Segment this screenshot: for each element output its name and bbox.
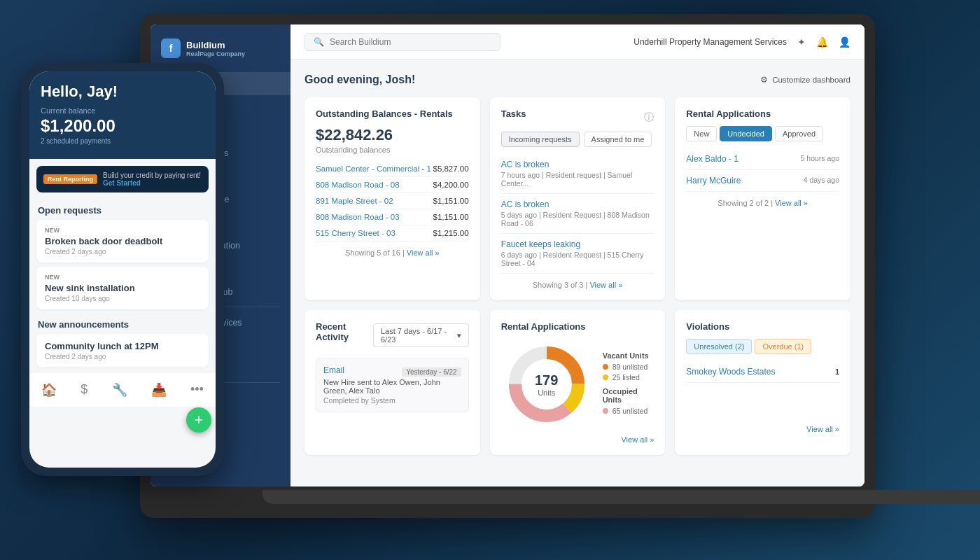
- user-icon[interactable]: 👤: [839, 36, 850, 48]
- nav-inbox-icon[interactable]: 📥: [151, 382, 167, 398]
- phone-header: Hello, Jay! Current balance $1,200.00 2 …: [29, 71, 216, 159]
- donut-chart: 179 Units: [501, 339, 592, 430]
- app-tab-undecided[interactable]: Undecided: [720, 126, 772, 141]
- phone-bottom-nav: 🏠 $ 🔧 📥 •••: [29, 372, 216, 407]
- gear-icon: ⚙: [760, 75, 768, 85]
- balance-link-0[interactable]: Samuel Center - Commercial - 1: [316, 164, 431, 173]
- violations-tab-overdue[interactable]: Overdue (1): [755, 339, 811, 354]
- nav-home-icon[interactable]: 🏠: [41, 382, 57, 398]
- task-meta-0: 7 hours ago | Resident request | Samuel …: [501, 171, 654, 188]
- star-icon[interactable]: ✦: [797, 36, 806, 48]
- phone-screen: Hello, Jay! Current balance $1,200.00 2 …: [29, 71, 216, 468]
- activity-sub-0: Completed by System: [323, 396, 461, 405]
- phone-request-0: NEW Broken back door deadbolt Created 2 …: [36, 220, 209, 262]
- tasks-title: Tasks: [501, 108, 526, 119]
- rent-badge: Rent Reporting: [43, 174, 97, 184]
- violations-view-all[interactable]: View all »: [806, 425, 839, 433]
- recent-activity-card: Recent Activity Last 7 days - 6/17 - 6/2…: [304, 310, 480, 455]
- app-item-1: Harry McGuire 4 days ago: [686, 170, 839, 192]
- customize-dashboard-button[interactable]: ⚙ Customize dashboard: [760, 75, 850, 85]
- topbar-right: Underhill Property Management Services ✦…: [634, 36, 850, 48]
- task-title-1[interactable]: AC is broken: [501, 200, 654, 209]
- phone-frame: Hello, Jay! Current balance $1,200.00 2 …: [21, 63, 224, 476]
- legend-item-1: 25 listed: [603, 373, 654, 382]
- fab-add-button[interactable]: +: [186, 407, 211, 433]
- nav-dollar-icon[interactable]: $: [80, 382, 88, 397]
- legend-dot-1: [603, 374, 608, 380]
- balance-link-3[interactable]: 808 Madison Road - 03: [316, 213, 400, 221]
- tasks-card: Tasks ⓘ Incoming requests Assigned to me…: [490, 97, 666, 300]
- app-item-0: Alex Baldo - 1 5 hours ago: [686, 148, 839, 170]
- task-item-2: Faucet keeps leaking 6 days ago | Reside…: [501, 234, 654, 274]
- tasks-tabs: Incoming requests Assigned to me: [501, 132, 654, 147]
- outstanding-view-all[interactable]: View all »: [407, 248, 440, 257]
- balance-link-4[interactable]: 515 Cherry Street - 03: [316, 229, 396, 237]
- app-tab-approved[interactable]: Approved: [775, 126, 823, 141]
- bottom-cards-row: Recent Activity Last 7 days - 6/17 - 6/2…: [304, 310, 850, 455]
- phone-content: Hello, Jay! Current balance $1,200.00 2 …: [29, 71, 216, 468]
- rental-applications-donut-title: Rental Applications: [501, 321, 654, 332]
- request-sub-0: Created 2 days ago: [45, 248, 200, 255]
- balance-value-1: $4,200.00: [433, 181, 468, 189]
- open-requests-title: Open requests: [38, 205, 207, 216]
- task-item-1: AC is broken 5 days ago | Resident Reque…: [501, 194, 654, 234]
- greeting: Good evening, Josh!: [304, 74, 415, 86]
- balance-value-3: $1,151.00: [433, 213, 468, 221]
- balance-label: Outstanding balances: [316, 146, 469, 154]
- search-box[interactable]: 🔍: [304, 33, 500, 51]
- violations-tabs: Unresolved (2) Overdue (1): [686, 339, 839, 354]
- topbar: 🔍 Underhill Property Management Services…: [290, 24, 864, 59]
- app-name-1[interactable]: Harry McGuire: [686, 176, 741, 186]
- donut-number: 179: [535, 372, 558, 388]
- balance-link-2[interactable]: 891 Maple Street - 02: [316, 197, 393, 205]
- legend-item-0: 89 unlisted: [603, 363, 654, 371]
- request-title-1: New sink installation: [45, 283, 200, 293]
- main-content: 🔍 Underhill Property Management Services…: [290, 24, 864, 486]
- app-view-all[interactable]: View all »: [775, 199, 808, 207]
- search-input[interactable]: [330, 37, 491, 47]
- logo-text: Buildium: [186, 40, 245, 50]
- activity-badge-0: Yesterday - 6/22: [402, 368, 461, 377]
- activity-title: Recent Activity: [316, 321, 373, 342]
- dash-header: Good evening, Josh! ⚙ Customize dashboar…: [304, 74, 850, 86]
- app-tabs: New Undecided Approved: [686, 126, 839, 141]
- logo-icon: f: [161, 38, 181, 58]
- violation-name-0[interactable]: Smokey Woods Estates: [686, 367, 775, 377]
- activity-desc-0: New Hire sent to Alex Owen, John Green, …: [323, 378, 461, 395]
- laptop-base: [262, 490, 980, 504]
- tasks-tab-incoming[interactable]: Incoming requests: [501, 132, 580, 147]
- task-title-2[interactable]: Faucet keeps leaking: [501, 239, 654, 249]
- date-filter[interactable]: Last 7 days - 6/17 - 6/23 ▾: [373, 323, 469, 347]
- legend-item-occupied-0: 65 unlisted: [603, 407, 654, 415]
- rental-applications-top-title: Rental Applications: [686, 108, 839, 119]
- laptop-screen: f Buildium RealPage Company ⊞ Dashboard …: [150, 24, 864, 486]
- nav-wrench-icon[interactable]: 🔧: [112, 382, 127, 398]
- phone-request-1: NEW New sink installation Created 10 day…: [36, 267, 209, 309]
- activity-type-0[interactable]: Email: [323, 365, 344, 375]
- nav-more-icon[interactable]: •••: [190, 382, 204, 397]
- notification-icon[interactable]: 🔔: [816, 36, 828, 48]
- task-meta-2: 6 days ago | Resident Request | 515 Cher…: [501, 251, 654, 267]
- balance-row-0: Samuel Center - Commercial - 1 $5,827.00: [316, 161, 469, 177]
- donut-view-all[interactable]: View all »: [621, 435, 654, 444]
- tasks-view-all[interactable]: View all »: [589, 281, 622, 289]
- balance-value-0: $5,827.00: [433, 164, 468, 173]
- phone-payments: 2 scheduled payments: [41, 137, 204, 145]
- tasks-tab-assigned[interactable]: Assigned to me: [584, 132, 652, 147]
- logo-sub: RealPage Company: [186, 50, 245, 57]
- activity-header: Recent Activity Last 7 days - 6/17 - 6/2…: [316, 321, 469, 349]
- task-title-0[interactable]: AC is broken: [501, 160, 654, 169]
- phone-balance-label: Current balance: [41, 106, 204, 115]
- dashboard: Good evening, Josh! ⚙ Customize dashboar…: [290, 59, 864, 486]
- balance-link-1[interactable]: 808 Madison Road - 08: [316, 181, 400, 189]
- app-time-0: 5 hours ago: [801, 154, 839, 164]
- app-name-0[interactable]: Alex Baldo - 1: [686, 154, 738, 164]
- app-tab-new[interactable]: New: [686, 126, 717, 141]
- balance-row-4: 515 Cherry Street - 03 $1,215.00: [316, 225, 469, 241]
- balance-row-1: 808 Madison Road - 08 $4,200.00: [316, 177, 469, 193]
- laptop-frame: f Buildium RealPage Company ⊞ Dashboard …: [140, 14, 875, 518]
- tasks-footer: Showing 3 of 3 | View all »: [501, 281, 654, 289]
- search-icon: 🔍: [314, 37, 324, 47]
- chevron-down-icon: ▾: [457, 331, 461, 340]
- violations-tab-unresolved[interactable]: Unresolved (2): [686, 339, 752, 354]
